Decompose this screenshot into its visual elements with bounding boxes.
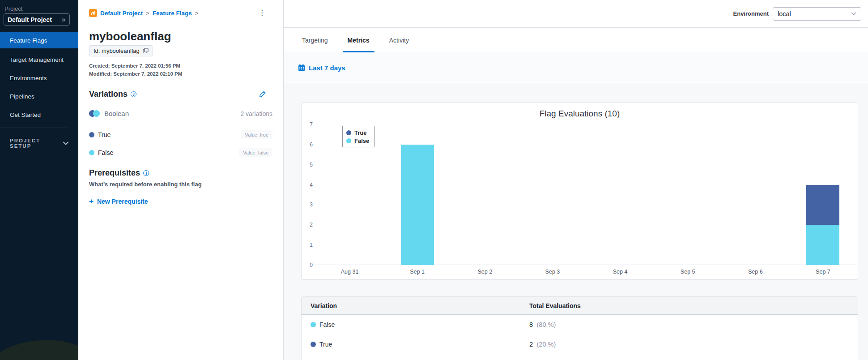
y-axis-tick-label: 0 [310, 262, 313, 268]
y-axis-tick-label: 2 [310, 222, 313, 228]
project-selector-value: Default Project [8, 16, 52, 23]
variation-type-label: Boolean [104, 110, 129, 117]
x-axis-tick-label: Aug 31 [341, 269, 359, 275]
double-chevron-icon [62, 16, 66, 24]
variation-value-badge: Value: true [241, 130, 272, 139]
tab-targeting[interactable]: Targeting [297, 28, 333, 52]
x-axis-line [316, 265, 857, 265]
date-range-button[interactable]: Last 7 days [298, 64, 345, 72]
table-header-row: Variation Total Evaluations [302, 297, 858, 315]
variation-value-badge: Value: false [239, 148, 272, 157]
boolean-type-icon [89, 110, 100, 117]
breadcrumb-link-default-project[interactable]: Default Project [100, 10, 143, 17]
variation-name: True [319, 341, 332, 348]
evaluation-percent: (20.%) [537, 341, 556, 348]
sidebar-item-pipelines[interactable]: Pipelines [0, 87, 78, 106]
edit-variations-button[interactable] [259, 90, 266, 98]
flag-evaluations-chart-card: Flag Evaluations (10) TrueFalse 01234567… [301, 102, 858, 280]
breadcrumb: Default Project Feature Flags [89, 9, 198, 17]
breadcrumb-separator-icon [146, 9, 149, 17]
info-icon[interactable] [143, 170, 149, 176]
main-panel: Environment local Targeting Metrics Acti… [283, 0, 868, 360]
sidebar-nav: Feature Flags Target Management Environm… [0, 32, 78, 124]
feature-flags-module-icon [89, 9, 97, 17]
flag-title: mybooleanflag [89, 30, 171, 43]
app-window: Project Default Project Feature Flags Ta… [0, 0, 868, 360]
flag-detail-panel: Default Project Feature Flags mybooleanf… [78, 0, 283, 360]
x-axis-tick-label: Sep 1 [410, 269, 425, 275]
bar-segment-false [806, 225, 839, 265]
table-row-false: False 8 (80.%) [302, 315, 858, 334]
variation-row-false: False Value: false [89, 148, 272, 157]
variation-row-true: True Value: true [89, 130, 272, 139]
legend-label: True [354, 129, 366, 136]
sidebar-decoration-curve [0, 336, 78, 360]
environment-label: Environment [733, 10, 769, 17]
chart-legend: TrueFalse [342, 126, 375, 147]
chart-title: Flag Evaluations (10) [302, 109, 858, 119]
legend-entry-true: True [346, 129, 369, 137]
column-header-variation: Variation [311, 302, 529, 309]
chevron-down-icon [63, 141, 68, 145]
variation-type-row: Boolean 2 variations [89, 110, 272, 117]
sidebar-item-environments[interactable]: Environments [0, 69, 78, 87]
metrics-content: Flag Evaluations (10) TrueFalse 01234567… [284, 83, 868, 360]
y-axis-tick-label: 7 [310, 121, 313, 128]
y-axis-tick-label: 1 [310, 242, 313, 248]
y-axis-tick-label: 5 [310, 162, 313, 168]
x-axis-tick-label: Sep 7 [816, 269, 830, 275]
environment-select[interactable]: local [773, 7, 861, 21]
x-axis-tick-label: Sep 3 [545, 269, 560, 275]
tab-metrics[interactable]: Metrics [343, 28, 374, 52]
sidebar-item-feature-flags[interactable]: Feature Flags [0, 32, 78, 48]
environment-select-value: local [778, 10, 791, 17]
flag-id-text: Id: mybooleanflag [94, 47, 140, 54]
x-axis-tick-label: Sep 6 [748, 269, 763, 275]
variations-section-heading: Variations [89, 90, 136, 99]
breadcrumb-link-feature-flags[interactable]: Feature Flags [153, 10, 192, 17]
bar-segment-false [401, 145, 434, 265]
true-variation-dot [89, 132, 94, 137]
sidebar-item-get-started[interactable]: Get Started [0, 106, 78, 124]
copy-icon[interactable] [143, 48, 149, 54]
chevron-down-icon [851, 12, 856, 16]
divider [89, 122, 272, 122]
plus-icon [89, 197, 94, 206]
project-selector[interactable]: Default Project [4, 13, 70, 26]
project-label: Project [4, 5, 22, 12]
project-setup-section[interactable]: PROJECT SETUP [10, 138, 68, 149]
environment-header: Environment local [284, 0, 868, 28]
sidebar: Project Default Project Feature Flags Ta… [0, 0, 78, 360]
info-icon[interactable] [131, 91, 136, 97]
legend-dot [346, 130, 351, 135]
false-variation-dot [311, 322, 316, 327]
table-row-true: True 2 (20.%) [302, 334, 858, 354]
y-axis-tick-label: 3 [310, 201, 313, 208]
tab-activity[interactable]: Activity [384, 28, 414, 52]
legend-entry-false: False [346, 137, 369, 145]
modified-timestamp: Modified: September 7, 2022 02:10 PM [89, 71, 182, 77]
breadcrumb-separator-icon [195, 9, 199, 17]
column-header-total-evaluations: Total Evaluations [529, 302, 858, 309]
true-variation-dot [311, 342, 316, 347]
legend-label: False [354, 137, 369, 144]
created-timestamp: Created: September 7, 2022 01:56 PM [89, 63, 180, 69]
new-prerequisite-button[interactable]: New Prerequisite [89, 197, 148, 206]
date-range-label: Last 7 days [309, 64, 345, 72]
sidebar-item-target-management[interactable]: Target Management [0, 51, 78, 69]
legend-dot [346, 138, 351, 143]
flag-options-menu-icon[interactable] [258, 8, 266, 18]
metrics-filter-bar: Last 7 days [284, 52, 868, 83]
flag-id-pill[interactable]: Id: mybooleanflag [89, 45, 153, 56]
evaluations-table-card: Variation Total Evaluations False 8 (80.… [301, 296, 858, 360]
prerequisites-description: What’s required before enabling this fla… [89, 181, 202, 188]
bar-segment-true [806, 185, 839, 225]
sidebar-divider [0, 128, 68, 128]
evaluation-count: 8 [529, 321, 533, 328]
variation-count: 2 variations [240, 110, 272, 117]
false-variation-dot [89, 150, 94, 155]
chart-plot-area: TrueFalse 01234567Aug 31Sep 1Sep 2Sep 3S… [316, 124, 857, 265]
variation-name: True [98, 131, 111, 138]
variation-name: False [319, 321, 335, 328]
y-axis-tick-label: 6 [310, 141, 313, 148]
